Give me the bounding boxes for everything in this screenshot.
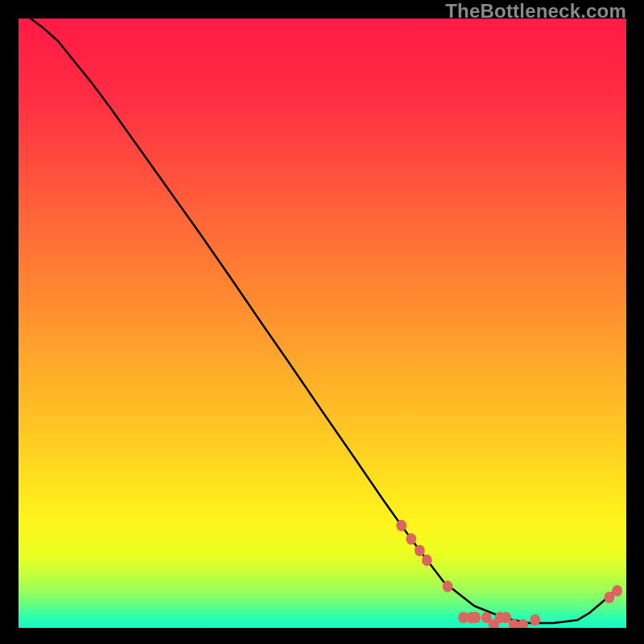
marker-group: [396, 520, 622, 628]
bottleneck-curve: [31, 19, 614, 623]
marker-dot: [422, 555, 432, 566]
marker-dot: [443, 580, 453, 592]
chart-stage: TheBottleneck.com: [0, 0, 644, 644]
marker-dot: [470, 612, 481, 623]
marker-dot: [396, 520, 407, 531]
marker-dot: [612, 585, 622, 597]
marker-dot: [406, 533, 416, 544]
chart-overlay: [19, 19, 626, 628]
marker-dot: [415, 545, 425, 556]
marker-dot: [530, 614, 540, 625]
plot-area: [19, 19, 626, 628]
marker-dot: [501, 612, 511, 623]
